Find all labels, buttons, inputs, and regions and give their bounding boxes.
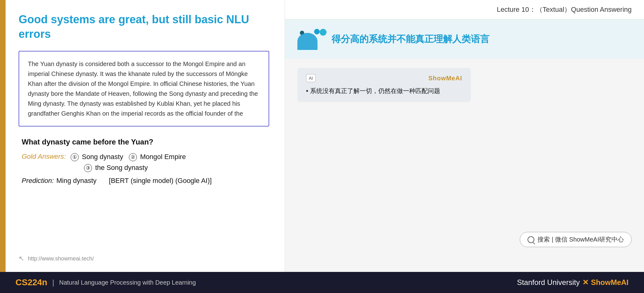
slide-title: Good systems are great, but still basic … xyxy=(19,12,269,42)
prediction-source: [BERT (single model) (Google AI)] xyxy=(109,177,212,185)
footer-right: Stanford University ✕ ShowMeAI xyxy=(517,278,629,287)
footer-description: Natural Language Processing with Deep Le… xyxy=(59,279,196,286)
banner-decoration xyxy=(297,28,325,50)
lecture-title: Lecture 10：（Textual）Question Answering xyxy=(497,6,632,13)
banner-dot-teal1 xyxy=(314,29,320,34)
footer-bar: CS224n | Natural Language Processing wit… xyxy=(0,272,644,293)
lecture-header: Lecture 10：（Textual）Question Answering xyxy=(285,0,644,20)
ai-icon: AI xyxy=(306,74,316,82)
passage-box: The Yuan dynasty is considered both a su… xyxy=(19,51,269,127)
gold-answer-line2: ③ the Song dynasty xyxy=(71,164,148,171)
question-text: What dynasty came before the Yuan? xyxy=(22,138,269,146)
gold-answer-line1: ① Song dynasty ② Mongol Empire xyxy=(71,153,186,161)
prediction-row: Prediction: Ming dynasty [BERT (single m… xyxy=(22,177,269,185)
showmeai-card: AI ShowMeAI • 系统没有真正了解一切，仍然在做一种匹配问题 xyxy=(297,68,471,102)
footer-url: http://www.showmeai.tech/ xyxy=(28,255,94,262)
right-panel: Lecture 10：（Textual）Question Answering 得… xyxy=(285,0,644,272)
circle-1: ① xyxy=(71,153,79,161)
question-section: What dynasty came before the Yuan? Gold … xyxy=(19,138,269,185)
gold-answers-row: Gold Answers: ① Song dynasty ② Mongol Em… xyxy=(22,151,269,173)
accent-bar xyxy=(0,0,6,272)
prediction-label: Prediction: xyxy=(22,177,54,185)
banner-dot-teal2 xyxy=(320,29,326,36)
gold-label: Gold Answers: xyxy=(22,151,66,162)
footer-course: CS224n xyxy=(15,277,47,287)
circle-2: ② xyxy=(129,153,137,161)
footer-brand: ShowMeAI xyxy=(591,278,629,287)
footer-university: Stanford University xyxy=(517,278,580,287)
showmeai-brand: ShowMeAI xyxy=(428,75,462,82)
passage-text: The Yuan dynasty is considered both a su… xyxy=(28,60,258,117)
circle-3: ③ xyxy=(84,164,92,172)
search-bar-area[interactable]: 搜索 | 微信 ShowMeAI研究中心 xyxy=(520,232,632,247)
cursor-icon: ↖ xyxy=(19,255,24,263)
left-panel: Good systems are great, but still basic … xyxy=(0,0,285,272)
footer-link-area: ↖ http://www.showmeai.tech/ xyxy=(19,248,269,263)
search-text: 搜索 | 微信 ShowMeAI研究中心 xyxy=(537,235,624,244)
footer-separator: | xyxy=(52,278,54,287)
footer-x-symbol: ✕ xyxy=(582,278,589,287)
card-bullet: • 系统没有真正了解一切，仍然在做一种匹配问题 xyxy=(306,86,462,96)
footer-left: CS224n | Natural Language Processing wit… xyxy=(15,277,196,287)
slide-banner: 得分高的系统并不能真正理解人类语言 xyxy=(285,20,644,59)
search-icon xyxy=(528,236,534,243)
card-bullet-text: 系统没有真正了解一切，仍然在做一种匹配问题 xyxy=(310,87,440,94)
prediction-value: Ming dynasty xyxy=(56,177,97,185)
banner-circle-big xyxy=(297,33,318,50)
card-header: AI ShowMeAI xyxy=(306,74,462,82)
search-bar[interactable]: 搜索 | 微信 ShowMeAI研究中心 xyxy=(520,232,632,247)
gold-answers-content: ① Song dynasty ② Mongol Empire ③ the Son… xyxy=(71,151,186,173)
ai-label: AI xyxy=(309,76,313,81)
banner-title: 得分高的系统并不能真正理解人类语言 xyxy=(331,33,489,46)
